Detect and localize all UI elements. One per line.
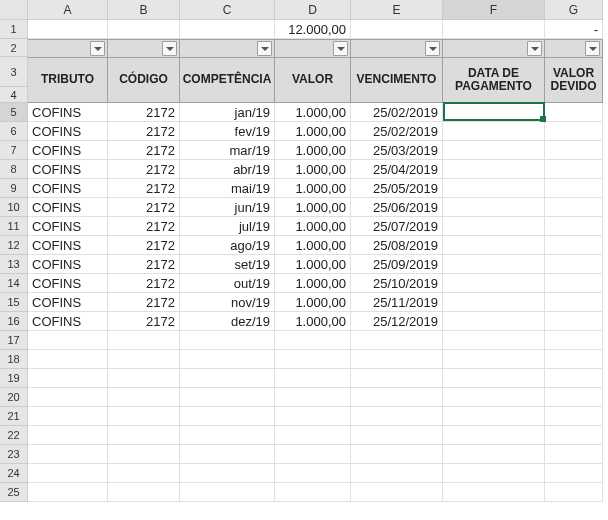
cell-tributo[interactable]: COFINS <box>28 236 108 255</box>
cell-valor[interactable]: 1.000,00 <box>275 160 351 179</box>
cell[interactable] <box>108 426 180 445</box>
cell-valor-devido[interactable] <box>545 122 603 141</box>
cell[interactable] <box>180 483 275 502</box>
cell-codigo[interactable]: 2172 <box>108 274 180 293</box>
cell-codigo[interactable]: 2172 <box>108 179 180 198</box>
row-header-10[interactable]: 10 <box>0 198 28 217</box>
cell-valor[interactable]: 1.000,00 <box>275 236 351 255</box>
cell-tributo[interactable]: COFINS <box>28 122 108 141</box>
cell[interactable] <box>180 369 275 388</box>
cell[interactable] <box>443 426 545 445</box>
cell-data-pagamento[interactable] <box>443 255 545 274</box>
cell[interactable] <box>545 407 603 426</box>
cell-vencimento[interactable]: 25/12/2019 <box>351 312 443 331</box>
cell[interactable] <box>545 464 603 483</box>
filter-dropdown-icon[interactable] <box>90 41 105 56</box>
cell-valor-devido[interactable] <box>545 255 603 274</box>
cell-tributo[interactable]: COFINS <box>28 160 108 179</box>
row-header-19[interactable]: 19 <box>0 369 28 388</box>
filter-dropdown-icon[interactable] <box>425 41 440 56</box>
cell[interactable] <box>28 388 108 407</box>
cell-valor[interactable]: 1.000,00 <box>275 312 351 331</box>
cell-competencia[interactable]: jun/19 <box>180 198 275 217</box>
col-header-b[interactable]: B <box>108 0 180 20</box>
col-header-g[interactable]: G <box>545 0 603 20</box>
cell-f1[interactable] <box>443 20 545 39</box>
row-header-4[interactable]: 4 <box>0 87 28 103</box>
cell-competencia[interactable]: mai/19 <box>180 179 275 198</box>
cell-valor-devido[interactable] <box>545 217 603 236</box>
cell[interactable] <box>28 483 108 502</box>
cell[interactable] <box>351 464 443 483</box>
cell-data-pagamento[interactable] <box>443 217 545 236</box>
cell[interactable] <box>351 369 443 388</box>
header-data-pagamento[interactable]: DATA DE PAGAMENTO <box>443 57 545 103</box>
cell-valor-devido[interactable] <box>545 141 603 160</box>
cell-competencia[interactable]: set/19 <box>180 255 275 274</box>
cell-codigo[interactable]: 2172 <box>108 236 180 255</box>
cell[interactable] <box>108 483 180 502</box>
cell-vencimento[interactable]: 25/09/2019 <box>351 255 443 274</box>
cell-valor-devido[interactable] <box>545 236 603 255</box>
row-header-17[interactable]: 17 <box>0 331 28 350</box>
cell[interactable] <box>351 445 443 464</box>
cell-vencimento[interactable]: 25/06/2019 <box>351 198 443 217</box>
row-header-14[interactable]: 14 <box>0 274 28 293</box>
cell-codigo[interactable]: 2172 <box>108 198 180 217</box>
cell-vencimento[interactable]: 25/05/2019 <box>351 179 443 198</box>
cell[interactable] <box>443 407 545 426</box>
cell[interactable] <box>443 331 545 350</box>
row-header-20[interactable]: 20 <box>0 388 28 407</box>
header-valor-devido[interactable]: VALOR DEVIDO <box>545 57 603 103</box>
cell[interactable] <box>275 350 351 369</box>
cell-valor-devido[interactable] <box>545 198 603 217</box>
header-competencia[interactable]: COMPETÊNCIA <box>180 57 275 103</box>
cell[interactable] <box>275 426 351 445</box>
cell-tributo[interactable]: COFINS <box>28 255 108 274</box>
col-header-e[interactable]: E <box>351 0 443 20</box>
cell-valor[interactable]: 1.000,00 <box>275 255 351 274</box>
cell-competencia[interactable]: ago/19 <box>180 236 275 255</box>
cell[interactable] <box>545 331 603 350</box>
cell-data-pagamento[interactable] <box>443 141 545 160</box>
row-header-13[interactable]: 13 <box>0 255 28 274</box>
cell-tributo[interactable]: COFINS <box>28 217 108 236</box>
cell-data-pagamento[interactable] <box>443 179 545 198</box>
cell-g1[interactable]: - <box>545 20 603 39</box>
filter-dropdown-icon[interactable] <box>257 41 272 56</box>
row-header-24[interactable]: 24 <box>0 464 28 483</box>
cell[interactable] <box>545 445 603 464</box>
cell[interactable] <box>545 426 603 445</box>
cell[interactable] <box>28 426 108 445</box>
cell-codigo[interactable]: 2172 <box>108 141 180 160</box>
cell[interactable] <box>443 464 545 483</box>
row-header-8[interactable]: 8 <box>0 160 28 179</box>
cell-c1[interactable] <box>180 20 275 39</box>
cell-competencia[interactable]: abr/19 <box>180 160 275 179</box>
col-header-a[interactable]: A <box>28 0 108 20</box>
cell-valor[interactable]: 1.000,00 <box>275 141 351 160</box>
header-tributo[interactable]: TRIBUTO <box>28 57 108 103</box>
cell-valor[interactable]: 1.000,00 <box>275 217 351 236</box>
cell[interactable] <box>351 483 443 502</box>
cell-valor-devido[interactable] <box>545 293 603 312</box>
row-header-18[interactable]: 18 <box>0 350 28 369</box>
cell-vencimento[interactable]: 25/10/2019 <box>351 274 443 293</box>
cell[interactable] <box>443 483 545 502</box>
cell-tributo[interactable]: COFINS <box>28 179 108 198</box>
cell-competencia[interactable]: out/19 <box>180 274 275 293</box>
cell[interactable] <box>28 369 108 388</box>
row-header-23[interactable]: 23 <box>0 445 28 464</box>
cell-tributo[interactable]: COFINS <box>28 198 108 217</box>
cell-competencia[interactable]: jul/19 <box>180 217 275 236</box>
cell-data-pagamento[interactable] <box>443 236 545 255</box>
cell-data-pagamento[interactable] <box>443 312 545 331</box>
cell-vencimento[interactable]: 25/03/2019 <box>351 141 443 160</box>
cell-codigo[interactable]: 2172 <box>108 293 180 312</box>
cell[interactable] <box>108 331 180 350</box>
cell-valor-devido[interactable] <box>545 179 603 198</box>
header-vencimento[interactable]: VENCIMENTO <box>351 57 443 103</box>
cell-valor[interactable]: 1.000,00 <box>275 293 351 312</box>
cell[interactable] <box>443 350 545 369</box>
cell[interactable] <box>545 369 603 388</box>
